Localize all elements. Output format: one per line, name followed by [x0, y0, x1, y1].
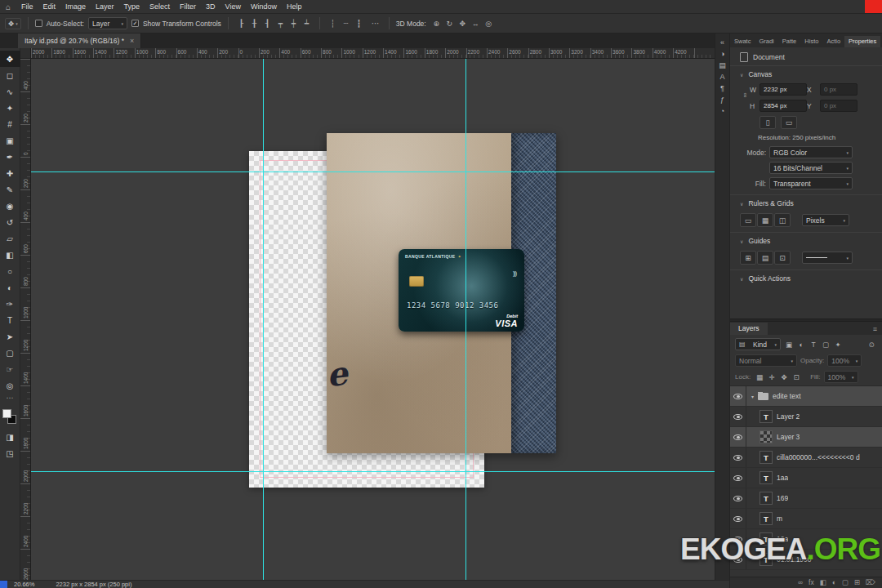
guides-section-header[interactable]: ∨ Guides: [730, 232, 882, 248]
menu-item[interactable]: 3D: [201, 0, 220, 13]
auto-select-checkbox[interactable]: ✓: [35, 20, 42, 27]
panel-tab[interactable]: Patte: [778, 36, 801, 47]
3d-mode-icon[interactable]: ↻: [443, 17, 456, 29]
align-icon[interactable]: ┠: [235, 17, 247, 29]
layer-visibility-toggle[interactable]: [730, 427, 746, 447]
foreground-color-swatch[interactable]: [2, 409, 11, 418]
lock-icon[interactable]: ✛: [766, 372, 777, 383]
layer-visibility-toggle[interactable]: [730, 448, 746, 467]
panel-tab[interactable]: Actio: [822, 36, 844, 47]
tool-button[interactable]: ✒: [0, 149, 20, 165]
menu-item[interactable]: Image: [60, 0, 91, 13]
layer-visibility-toggle[interactable]: [730, 386, 746, 406]
close-icon[interactable]: ×: [130, 37, 134, 45]
tool-button[interactable]: ○: [0, 263, 20, 279]
edit-toolbar-icon[interactable]: ⋯: [7, 394, 14, 405]
zoom-level[interactable]: 20.66%: [14, 581, 34, 588]
cilla000000...<<<<<<<<0 d[interactable]: ▾ T cilla000000...<<<<<<<<0 d: [730, 448, 882, 468]
guide-style-dropdown[interactable]: ▾: [802, 252, 853, 264]
lock-icon[interactable]: ✥: [778, 372, 790, 383]
tool-button[interactable]: ▣: [0, 132, 20, 149]
quick-actions-section-header[interactable]: ∨ Quick Actions: [730, 270, 882, 286]
panel-tab[interactable]: Properties: [844, 36, 880, 47]
layers-footer-icon[interactable]: ◐: [832, 579, 836, 586]
1aa[interactable]: ▾ T 1aa: [730, 468, 882, 488]
layers-footer-icon[interactable]: ⌦: [866, 579, 875, 586]
filter-toggle-icon[interactable]: ⊙: [866, 339, 877, 350]
layer-filter-icon[interactable]: ✦: [832, 339, 844, 350]
tool-button[interactable]: ◧: [0, 247, 20, 263]
orientation-icon[interactable]: ▯: [760, 116, 776, 129]
layers-tab[interactable]: Layers: [730, 323, 768, 335]
layer-visibility-toggle[interactable]: [730, 488, 746, 508]
tool-button[interactable]: ✦: [0, 100, 20, 116]
lock-icon[interactable]: ▦: [754, 372, 765, 383]
distribute-icon[interactable]: ┆: [327, 17, 339, 29]
align-icon[interactable]: ┯: [274, 17, 287, 29]
y-field[interactable]: 0 px: [820, 100, 858, 112]
panel-rail-icon[interactable]: ◔: [716, 105, 729, 117]
guide-option-icon[interactable]: ▤: [757, 251, 773, 265]
tool-button[interactable]: #: [0, 116, 20, 132]
3d-mode-icon[interactable]: ⊕: [430, 17, 443, 29]
opacity-dropdown[interactable]: 100% ▾: [827, 354, 862, 367]
document-tab[interactable]: Italy id.psd @ 20.7% (RGB/16) * ×: [18, 33, 141, 48]
tool-button[interactable]: ◎: [0, 377, 20, 394]
m[interactable]: ▾ T m: [730, 509, 882, 529]
panel-menu-icon[interactable]: ≡: [868, 325, 882, 335]
orientation-icon[interactable]: ▭: [781, 116, 797, 129]
menu-item[interactable]: Edit: [38, 0, 61, 13]
tool-button[interactable]: ◉: [0, 198, 20, 214]
menu-item[interactable]: Window: [246, 0, 282, 13]
layer-filter-dropdown[interactable]: ▤ Kind ▾: [735, 338, 781, 350]
menu-item[interactable]: Filter: [175, 0, 201, 13]
layers-footer-icon[interactable]: ∞: [798, 579, 803, 586]
menu-item[interactable]: Type: [119, 0, 145, 13]
tool-button[interactable]: ∿: [0, 83, 20, 100]
x-field[interactable]: 0 px: [820, 83, 858, 96]
layers-footer-icon[interactable]: fx: [808, 579, 814, 586]
auto-select-target-dropdown[interactable]: Layer ▾: [88, 17, 127, 29]
width-field[interactable]: 2232 px: [760, 83, 807, 96]
height-field[interactable]: 2854 px: [760, 100, 807, 112]
guide-option-icon[interactable]: ⊞: [740, 251, 756, 265]
tool-button[interactable]: ↺: [0, 214, 20, 230]
bit-depth-dropdown[interactable]: 16 Bits/Channel ▾: [769, 162, 853, 174]
canvas-section-header[interactable]: ∨ Canvas: [730, 65, 882, 82]
layer-filter-icon[interactable]: ▣: [783, 339, 795, 350]
guide-horizontal-2[interactable]: [31, 471, 715, 472]
panel-rail-icon[interactable]: ¶: [716, 82, 729, 94]
panel-rail-icon[interactable]: «: [716, 37, 729, 48]
ruler-corner[interactable]: [20, 48, 31, 59]
home-icon[interactable]: ⌂: [0, 2, 16, 11]
layer-visibility-toggle[interactable]: [730, 468, 746, 488]
tool-button[interactable]: ▱: [0, 230, 20, 247]
screen-mode-button[interactable]: ◳: [0, 445, 20, 461]
menu-item[interactable]: View: [220, 0, 246, 13]
panel-tab[interactable]: Histo: [800, 36, 822, 47]
3d-mode-icon[interactable]: ◎: [483, 17, 495, 29]
quick-mask-button[interactable]: ◨: [0, 429, 20, 445]
tool-button[interactable]: ✥: [0, 51, 20, 67]
tool-button[interactable]: ➤: [0, 328, 20, 345]
guide-option-icon[interactable]: ⊡: [774, 251, 791, 265]
layer-filter-icon[interactable]: T: [808, 339, 819, 350]
layers-footer-icon[interactable]: ⊞: [854, 579, 860, 586]
Layer 3[interactable]: ▾ T Layer 3: [730, 427, 882, 448]
ruler-option-icon[interactable]: ▦: [757, 213, 773, 227]
canvas-viewport[interactable]: BANQUE ATLANTIQUE ✦ ))) 1234 5678 9012 3…: [31, 59, 715, 580]
tool-button[interactable]: ▢: [0, 345, 20, 361]
layer-fill-dropdown[interactable]: 100% ▾: [824, 371, 858, 383]
169[interactable]: ▾ T 169: [730, 488, 882, 509]
color-swatches[interactable]: [0, 408, 20, 429]
more-options-icon[interactable]: ⋯: [369, 19, 382, 28]
layer-filter-icon[interactable]: ◐: [795, 339, 807, 350]
guide-vertical-2[interactable]: [466, 59, 466, 580]
layer-visibility-toggle[interactable]: [730, 407, 746, 426]
layer-filter-icon[interactable]: ▢: [820, 339, 831, 350]
rulers-grids-section-header[interactable]: ∨ Rulers & Grids: [730, 194, 882, 211]
distribute-icon[interactable]: ┄: [340, 17, 352, 29]
menu-item[interactable]: Layer: [91, 0, 119, 13]
guide-horizontal-1[interactable]: [31, 172, 715, 172]
show-transform-checkbox[interactable]: ✓: [131, 20, 139, 27]
